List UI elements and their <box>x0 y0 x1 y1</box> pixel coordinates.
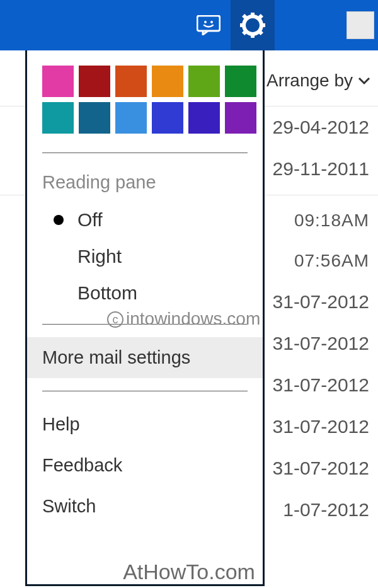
theme-swatch[interactable] <box>79 66 110 97</box>
theme-swatch[interactable] <box>115 66 147 97</box>
svg-rect-7 <box>260 23 265 27</box>
svg-point-12 <box>248 21 257 30</box>
svg-rect-4 <box>251 13 255 18</box>
switch-item[interactable]: Switch <box>27 486 263 527</box>
avatar[interactable] <box>346 11 374 39</box>
content-area: Arrange by 29-04-2012 29-11-2011 09:18AM… <box>0 50 378 588</box>
reading-pane-right[interactable]: Right <box>27 238 263 275</box>
chevron-down-icon <box>358 76 370 85</box>
theme-swatch[interactable] <box>42 102 74 134</box>
feedback-item[interactable]: Feedback <box>27 445 263 486</box>
chat-smiley-icon <box>197 15 220 35</box>
dropdown-divider <box>42 153 248 153</box>
theme-swatch[interactable] <box>152 66 183 97</box>
reading-pane-off[interactable]: Off <box>27 202 263 238</box>
theme-swatch[interactable] <box>225 66 256 97</box>
theme-color-grid <box>27 66 263 140</box>
radio-label: Bottom <box>77 282 137 304</box>
theme-swatch[interactable] <box>115 102 147 134</box>
theme-swatch[interactable] <box>79 102 110 134</box>
settings-dropdown: Reading pane Off Right Bottom More mail … <box>25 50 265 586</box>
chat-button[interactable] <box>186 0 231 50</box>
help-item[interactable]: Help <box>27 404 263 445</box>
svg-point-1 <box>204 21 207 23</box>
reading-pane-bottom[interactable]: Bottom <box>27 275 263 311</box>
more-mail-settings[interactable]: More mail settings <box>27 337 263 378</box>
radio-label: Right <box>77 246 122 267</box>
dropdown-divider <box>42 391 248 391</box>
header-spacer <box>275 0 344 50</box>
svg-rect-6 <box>240 23 245 27</box>
svg-rect-5 <box>251 33 255 38</box>
radio-selected-icon <box>54 215 64 225</box>
theme-swatch[interactable] <box>42 66 74 97</box>
theme-swatch[interactable] <box>188 102 220 134</box>
app-header <box>0 0 378 50</box>
reading-pane-heading: Reading pane <box>27 166 263 202</box>
theme-swatch[interactable] <box>152 102 183 134</box>
theme-swatch[interactable] <box>225 102 256 134</box>
dropdown-divider <box>42 324 248 325</box>
svg-point-2 <box>210 21 213 23</box>
settings-button[interactable] <box>231 0 275 50</box>
theme-swatch[interactable] <box>188 66 220 97</box>
svg-rect-0 <box>197 16 220 31</box>
radio-label: Off <box>77 209 102 231</box>
arrange-by-label: Arrange by <box>266 71 353 91</box>
gear-icon <box>240 13 265 38</box>
